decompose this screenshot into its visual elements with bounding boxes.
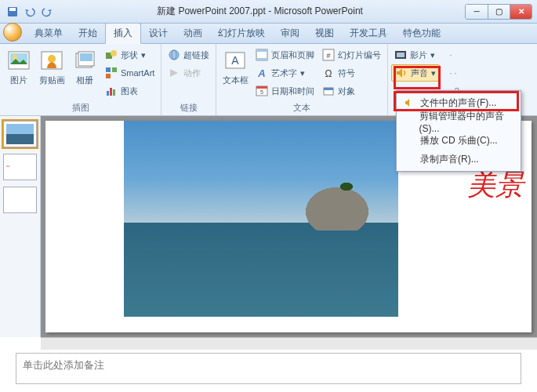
svg-rect-14	[106, 74, 111, 78]
svg-rect-17	[113, 89, 115, 96]
tab-insert[interactable]: 插入	[105, 23, 141, 44]
svg-point-11	[111, 50, 117, 56]
tab-developer[interactable]: 开发工具	[342, 24, 395, 43]
picture-button[interactable]: 图片	[3, 46, 34, 101]
group-links: 超链接 动作 链接	[161, 44, 216, 115]
symbol-button[interactable]: Ω符号	[319, 64, 384, 82]
svg-rect-27	[256, 86, 267, 89]
svg-point-18	[169, 50, 179, 60]
tab-review[interactable]: 审阅	[273, 24, 307, 43]
sound-file-icon	[403, 96, 415, 109]
clipart-button[interactable]: 剪贴画	[36, 46, 67, 101]
svg-rect-33	[324, 88, 333, 90]
slide-text[interactable]: 美景	[467, 166, 524, 205]
sound-dropdown: 文件中的声音(F)... 剪辑管理器中的声音(S)... 播放 CD 乐曲(C)…	[396, 90, 521, 172]
sound-icon	[395, 67, 408, 79]
ribbon-tabs: 典菜单 开始 插入 设计 动画 幻灯片放映 审阅 视图 开发工具 特色功能	[0, 24, 537, 44]
horizontal-scrollbar[interactable]	[41, 337, 537, 350]
hyperlink-icon	[168, 49, 180, 61]
svg-text:Ω: Ω	[325, 68, 332, 79]
chart-button[interactable]: 图表	[102, 82, 158, 100]
svg-rect-35	[397, 53, 405, 57]
slidenumber-icon: #	[322, 49, 335, 61]
sound-clip-icon	[403, 115, 415, 128]
textbox-icon: A	[223, 48, 248, 73]
movie-icon	[394, 49, 407, 61]
svg-rect-24	[256, 58, 267, 60]
tab-home[interactable]: 开始	[71, 24, 105, 43]
tab-special[interactable]: 特色功能	[395, 24, 448, 43]
object-icon	[322, 85, 335, 97]
album-icon	[72, 48, 97, 73]
slidenumber-button[interactable]: #幻灯片编号	[319, 46, 384, 64]
slide-thumbnail-2[interactable]: ▫▫	[3, 154, 37, 180]
qat-redo-icon[interactable]	[39, 4, 55, 20]
action-icon	[168, 67, 180, 79]
sound-from-clip[interactable]: 剪辑管理器中的声音(S)...	[398, 112, 519, 131]
close-button[interactable]: ✕	[510, 5, 532, 19]
svg-text:5: 5	[260, 89, 263, 95]
svg-rect-9	[80, 53, 93, 61]
svg-rect-1	[9, 8, 16, 11]
notes-pane[interactable]: 单击此处添加备注	[16, 353, 521, 384]
datetime-icon: 5	[256, 85, 268, 97]
tab-animation[interactable]: 动画	[176, 24, 210, 43]
thumbnail-panel: ▫▫	[0, 116, 41, 337]
shapes-icon	[105, 49, 118, 61]
chart-icon	[105, 85, 118, 97]
headerfooter-button[interactable]: 页眉和页脚	[252, 46, 317, 64]
svg-rect-15	[107, 91, 109, 96]
group-text: A 文本框 页眉和页脚 A艺术字 ▾ 5日期和时间 #幻灯片编号 Ω符号 对象 …	[216, 44, 388, 115]
ribbon-separator-1: ·	[446, 46, 462, 64]
hyperlink-button[interactable]: 超链接	[165, 46, 212, 64]
tab-view[interactable]: 视图	[307, 24, 342, 43]
quick-access	[5, 4, 55, 20]
wordart-icon: A	[256, 67, 268, 79]
svg-rect-23	[256, 49, 267, 52]
svg-rect-16	[110, 88, 112, 96]
shapes-button[interactable]: 形状 ▾	[102, 46, 158, 64]
titlebar: 新建 PowerPoint 2007.ppt - Microsoft Power…	[0, 0, 537, 24]
window-title: 新建 PowerPoint 2007.ppt - Microsoft Power…	[55, 5, 465, 18]
record-icon	[403, 153, 415, 165]
svg-text:#: #	[327, 52, 331, 60]
slide-image[interactable]	[124, 121, 398, 317]
smartart-button[interactable]: SmartArt	[102, 64, 158, 82]
qat-save-icon[interactable]	[5, 4, 20, 20]
cd-icon	[403, 134, 415, 147]
smartart-icon	[105, 67, 118, 79]
sound-button[interactable]: 声音 ▾	[391, 64, 440, 82]
svg-text:A: A	[232, 54, 240, 67]
tab-design[interactable]: 设计	[141, 24, 176, 43]
qat-undo-icon[interactable]	[22, 4, 38, 20]
wordart-button[interactable]: A艺术字 ▾	[252, 64, 317, 82]
datetime-button[interactable]: 5日期和时间	[252, 82, 317, 100]
object-button[interactable]: 对象	[319, 82, 384, 100]
minimize-button[interactable]: ─	[466, 5, 488, 19]
svg-point-4	[13, 55, 17, 60]
album-button[interactable]: 相册	[69, 46, 100, 101]
slide-thumbnail-1[interactable]	[3, 121, 37, 147]
svg-point-6	[48, 55, 56, 63]
picture-icon	[6, 48, 31, 73]
sound-play-cd[interactable]: 播放 CD 乐曲(C)...	[398, 131, 519, 150]
movie-button[interactable]: 影片 ▾	[391, 46, 440, 64]
headerfooter-icon	[256, 49, 268, 61]
office-button[interactable]	[3, 23, 22, 42]
sound-record[interactable]: 录制声音(R)...	[398, 150, 519, 169]
svg-rect-13	[112, 67, 117, 72]
action-button[interactable]: 动作	[165, 64, 212, 82]
group-illustrations: 图片 剪贴画 相册 形状 ▾ SmartArt 图表 插图	[0, 44, 161, 115]
slide-thumbnail-3[interactable]	[3, 187, 37, 213]
window-controls: ─ ▢ ✕	[465, 4, 532, 20]
svg-rect-12	[106, 67, 111, 72]
tab-slideshow[interactable]: 幻灯片放映	[210, 24, 273, 43]
ribbon-separator-2: · ·	[446, 64, 462, 82]
symbol-icon: Ω	[322, 67, 335, 79]
maximize-button[interactable]: ▢	[488, 5, 510, 19]
notes-placeholder: 单击此处添加备注	[23, 359, 104, 371]
tab-classic[interactable]: 典菜单	[27, 24, 71, 43]
clipart-icon	[39, 48, 64, 73]
svg-text:A: A	[258, 67, 266, 79]
textbox-button[interactable]: A 文本框	[220, 46, 251, 101]
